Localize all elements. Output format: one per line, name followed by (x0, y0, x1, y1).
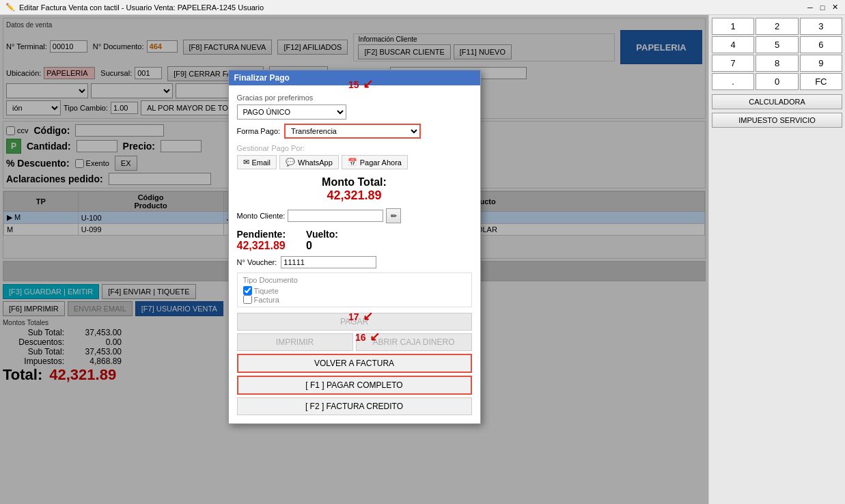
num-0[interactable]: 0 (756, 73, 798, 90)
num-6[interactable]: 6 (800, 36, 842, 53)
pagar-button[interactable]: PAGAR (237, 313, 472, 331)
num-8[interactable]: 8 (756, 55, 798, 72)
factura-label: Factura (254, 296, 279, 304)
volver-factura-button[interactable]: VOLVER A FACTURA (237, 354, 472, 373)
modal-body: Gracias por preferimos PAGO ÚNICO Forma … (229, 85, 480, 423)
factura-credito-button[interactable]: [ F2 ] FACTURA CREDITO (237, 397, 472, 415)
voucher-row: N° Voucher: (237, 256, 472, 268)
pendiente-vuelto-section: Pendiente: 42,321.89 Vuelto: 0 (237, 229, 472, 252)
email-icon: ✉ (243, 158, 249, 167)
num-5[interactable]: 5 (756, 36, 798, 53)
modal-action-buttons: PAGAR IMPRIMIR ABRIR CAJA DINERO VOLVER … (237, 313, 472, 415)
monto-total-section: Monto Total: 42,321.89 (237, 176, 472, 203)
window-controls: ─ □ ✕ (805, 3, 840, 12)
pagar-completo-button[interactable]: [ F1 ] PAGAR COMPLETO (237, 376, 472, 395)
gestionar-label: Gestionar Pago Por: (237, 144, 472, 152)
num-7[interactable]: 7 (712, 55, 754, 72)
numpad-grid: 1 2 3 4 5 6 7 8 9 . 0 FC (712, 18, 842, 90)
num-1[interactable]: 1 (712, 18, 754, 35)
num-4[interactable]: 4 (712, 36, 754, 53)
right-panel: 1 2 3 4 5 6 7 8 9 . 0 FC CALCULADORA IMP… (708, 15, 845, 504)
window-title: Editar Factura Venta con tactil - Usuari… (19, 3, 264, 12)
monto-total-value: 42,321.89 (237, 188, 472, 203)
impuesto-servicio-button[interactable]: IMPUESTO SERVICIO (712, 113, 842, 128)
vuelto-section: Vuelto: 0 (306, 229, 338, 252)
vuelto-label: Vuelto: (306, 229, 338, 240)
maximize-button[interactable]: □ (818, 3, 827, 12)
num-3[interactable]: 3 (800, 18, 842, 35)
modal-title: Finalizar Pago (234, 73, 290, 83)
forma-pago-label: Forma Pago: (237, 127, 281, 135)
pendiente-section: Pendiente: 42,321.89 (237, 229, 286, 252)
minimize-button[interactable]: ─ (805, 3, 815, 12)
factura-checkbox-row[interactable]: Factura (243, 295, 466, 304)
email-button[interactable]: ✉ Email (237, 155, 277, 169)
voucher-input[interactable] (281, 256, 376, 268)
vuelto-value: 0 (306, 240, 338, 252)
pagar-ahora-button[interactable]: 📅 Pagar Ahora (342, 155, 408, 169)
monto-cliente-input[interactable] (288, 210, 383, 222)
app-icon: ✏️ (5, 3, 15, 12)
whatsapp-button[interactable]: 💬 WhatsApp (279, 155, 339, 169)
voucher-label: N° Voucher: (237, 258, 277, 266)
gracias-label: Gracias por preferimos (237, 94, 472, 102)
num-9[interactable]: 9 (800, 55, 842, 72)
tiquete-label: Tiquete (254, 287, 279, 295)
factura-checkbox[interactable] (243, 295, 252, 304)
forma-pago-select[interactable]: Transferencia (284, 124, 421, 139)
num-fc[interactable]: FC (800, 73, 842, 90)
tipo-doc-section: Tipo Documento Tiquete Factura (237, 272, 472, 307)
pendiente-label: Pendiente: (237, 229, 286, 240)
title-bar-left: ✏️ Editar Factura Venta con tactil - Usu… (5, 3, 264, 12)
finalizar-pago-modal: Finalizar Pago Gracias por preferimos PA… (228, 70, 481, 424)
close-button[interactable]: ✕ (830, 3, 840, 12)
modal-title-bar: Finalizar Pago (229, 70, 480, 85)
main-container: Datos de venta N° Terminal: N° Documento… (0, 15, 845, 504)
tipo-doc-label: Tipo Documento (243, 276, 466, 284)
monto-cliente-label: Monto Cliente: (237, 212, 286, 220)
left-panel: Datos de venta N° Terminal: N° Documento… (0, 15, 708, 504)
monto-cliente-row: Monto Cliente: ✏ (237, 208, 472, 223)
pago-unico-select[interactable]: PAGO ÚNICO (237, 104, 346, 120)
modal-overlay: Finalizar Pago Gracias por preferimos PA… (0, 15, 708, 504)
monto-total-label: Monto Total: (237, 176, 472, 188)
num-2[interactable]: 2 (756, 18, 798, 35)
title-bar: ✏️ Editar Factura Venta con tactil - Usu… (0, 0, 845, 15)
whatsapp-icon: 💬 (286, 158, 295, 167)
calendar-icon: 📅 (348, 158, 357, 167)
tiquete-checkbox[interactable] (243, 286, 252, 295)
imprimir-modal-button[interactable]: IMPRIMIR (237, 333, 353, 351)
abrir-caja-button[interactable]: ABRIR CAJA DINERO (356, 333, 472, 351)
tiquete-checkbox-row[interactable]: Tiquete (243, 286, 466, 295)
gestionar-buttons: ✉ Email 💬 WhatsApp 📅 Pagar Ahora (237, 155, 472, 169)
pendiente-value: 42,321.89 (237, 240, 286, 252)
monto-cliente-edit-button[interactable]: ✏ (386, 208, 401, 223)
calculadora-button[interactable]: CALCULADORA (712, 94, 842, 109)
num-dot[interactable]: . (712, 73, 754, 90)
